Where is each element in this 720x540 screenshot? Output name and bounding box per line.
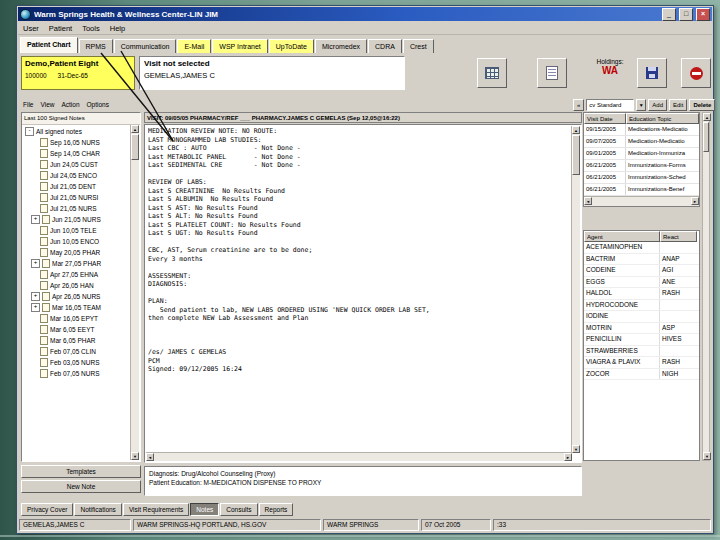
maximize-button[interactable]: □	[679, 8, 693, 21]
allergy-row[interactable]: MOTRIN ASP	[584, 323, 699, 335]
education-delete-button[interactable]: Delete	[689, 99, 715, 111]
education-hscrollbar[interactable]: ◄ ►	[584, 196, 699, 206]
chart-section-tab[interactable]: Reports	[259, 503, 294, 516]
templates-button[interactable]: Templates	[21, 465, 141, 478]
allergy-row[interactable]: CODEINE AGI	[584, 265, 699, 277]
nav-back-icon[interactable]: «	[573, 99, 584, 111]
patient-identifier-box[interactable]: Demo,Patient Eight 100000 31-Dec-65	[21, 56, 135, 90]
tree-item[interactable]: Jul 24,05 ENCO	[23, 170, 131, 181]
allergy-row[interactable]: BACTRIM ANAP	[584, 254, 699, 266]
expand-icon[interactable]	[31, 249, 38, 256]
tree-item[interactable]: Mar 6,05 EEYT	[23, 324, 131, 335]
scroll-right-icon[interactable]: ►	[564, 453, 572, 461]
scroll-thumb[interactable]	[131, 134, 139, 160]
app-tab[interactable]: RPMS	[79, 39, 113, 53]
expand-icon[interactable]	[31, 326, 38, 333]
save-button[interactable]	[637, 58, 667, 88]
tree-item[interactable]: + Apr 26,05 NURS	[23, 291, 131, 302]
scroll-down-icon[interactable]: ▼	[131, 452, 139, 460]
chart-section-tab[interactable]: Notes	[190, 503, 219, 516]
column-visit-date[interactable]: Visit Date	[584, 113, 626, 124]
scroll-left-icon[interactable]: ◄	[584, 197, 592, 205]
education-row[interactable]: 06/21/2005 Immunizations-Sched	[584, 172, 699, 184]
tree-item[interactable]: + Jun 21,05 NURS	[23, 214, 131, 225]
expand-icon[interactable]: +	[31, 303, 40, 312]
expand-icon[interactable]	[31, 315, 38, 322]
menu-item[interactable]: Patient	[44, 24, 77, 33]
app-tab[interactable]: E-Mail	[177, 39, 211, 53]
minimize-button[interactable]: _	[662, 8, 676, 21]
expand-icon[interactable]	[31, 161, 38, 168]
education-row[interactable]: 09/07/2005 Medication-Medicatio	[584, 136, 699, 148]
chart-section-tab[interactable]: Notifications	[74, 503, 121, 516]
tree-item[interactable]: Jun 10,05 TELE	[23, 225, 131, 236]
chart-section-tab[interactable]: Visit Requirements	[123, 503, 189, 516]
expand-icon[interactable]	[31, 194, 38, 201]
menu-item[interactable]: Help	[105, 24, 130, 33]
tree-root-item[interactable]: - All signed notes	[23, 125, 131, 137]
notes-menu-item[interactable]: Options	[87, 101, 109, 108]
allergy-row[interactable]: HALDOL RASH	[584, 288, 699, 300]
expand-icon[interactable]	[31, 359, 38, 366]
education-row[interactable]: 09/15/2005 Medications-Medicatio	[584, 124, 699, 136]
note-hscrollbar[interactable]: ◄ ►	[146, 452, 572, 461]
expand-icon[interactable]	[31, 370, 38, 377]
expand-icon[interactable]: +	[31, 215, 40, 224]
expand-icon[interactable]	[31, 205, 38, 212]
app-tab[interactable]: Crest	[403, 39, 434, 53]
visit-box[interactable]: Visit not selected GEMELAS,JAMES C	[139, 56, 405, 90]
scroll-down-icon[interactable]: ▼	[572, 445, 580, 453]
tree-item[interactable]: Jul 21,05 NURSI	[23, 192, 131, 203]
tree-item[interactable]: Jun 24,05 CUST	[23, 159, 131, 170]
tree-item[interactable]: Sep 16,05 NURS	[23, 137, 131, 148]
tree-item[interactable]: Jul 21,05 DENT	[23, 181, 131, 192]
expand-icon[interactable]	[31, 271, 38, 278]
expand-icon[interactable]	[31, 238, 38, 245]
allergy-row[interactable]: ACETAMINOPHEN	[584, 242, 699, 254]
education-row[interactable]: 09/01/2005 Medication-Immuniza	[584, 148, 699, 160]
scroll-left-icon[interactable]: ◄	[146, 453, 154, 461]
app-tab[interactable]: WSP Intranet	[212, 39, 268, 53]
education-view-select[interactable]: cv Standard	[586, 99, 634, 111]
education-row[interactable]: 06/21/2005 Immunizations-Forms	[584, 160, 699, 172]
new-note-quick-button[interactable]	[537, 58, 567, 88]
expand-icon[interactable]	[31, 183, 38, 190]
tree-item[interactable]: Mar 6,05 PHAR	[23, 335, 131, 346]
notes-menu-item[interactable]: Action	[61, 101, 79, 108]
tree-item[interactable]: Apr 26,05 HAN	[23, 280, 131, 291]
right-panel-scrollbar[interactable]: ▲ ▼	[702, 112, 710, 461]
app-tab[interactable]: Patient Chart	[20, 37, 78, 53]
scroll-down-icon[interactable]: ▼	[703, 452, 711, 460]
chevron-down-icon[interactable]: ▼	[636, 99, 646, 111]
expand-icon[interactable]	[31, 282, 38, 289]
expand-icon[interactable]	[31, 337, 38, 344]
column-agent[interactable]: Agent	[584, 231, 660, 242]
visit-services-button[interactable]	[477, 58, 507, 88]
scroll-thumb[interactable]	[703, 122, 709, 152]
expand-icon[interactable]	[31, 227, 38, 234]
new-note-button[interactable]: New Note	[21, 480, 141, 493]
expand-icon[interactable]	[31, 348, 38, 355]
tree-item[interactable]: + Mar 27,05 PHAR	[23, 258, 131, 269]
close-button[interactable]: ×	[696, 8, 710, 21]
allergy-row[interactable]: HYDROCODONE	[584, 300, 699, 312]
column-education-topic[interactable]: Education Topic	[626, 113, 699, 124]
allergy-row[interactable]: EGGS ANE	[584, 277, 699, 289]
tree-item[interactable]: Apr 27,05 EHNA	[23, 269, 131, 280]
expand-icon[interactable]: +	[31, 292, 40, 301]
tree-item[interactable]: Feb 07,05 NURS	[23, 368, 131, 379]
app-tab[interactable]: Communication	[114, 39, 177, 53]
collapse-icon[interactable]: -	[25, 127, 34, 136]
expand-icon[interactable]	[31, 150, 38, 157]
expand-icon[interactable]: +	[31, 259, 40, 268]
chart-section-tab[interactable]: Consults	[220, 503, 257, 516]
scroll-up-icon[interactable]: ▲	[131, 125, 139, 133]
allergy-row[interactable]: IODINE	[584, 311, 699, 323]
allergy-row[interactable]: STRAWBERRIES	[584, 346, 699, 358]
scroll-right-icon[interactable]: ►	[691, 197, 699, 205]
menu-item[interactable]: User	[18, 24, 44, 33]
expand-icon[interactable]	[31, 172, 38, 179]
menu-item[interactable]: Tools	[77, 24, 105, 33]
education-add-button[interactable]: Add	[648, 99, 667, 111]
tree-item[interactable]: Jul 21,05 NURS	[23, 203, 131, 214]
